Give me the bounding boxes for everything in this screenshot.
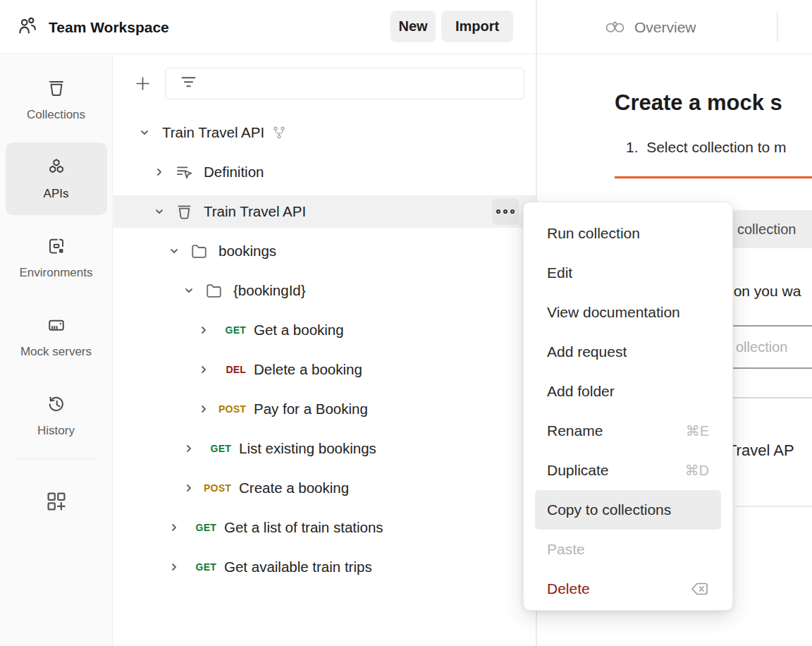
- menu-item-add-request[interactable]: Add request: [524, 332, 732, 372]
- chevron-down-icon[interactable]: [168, 245, 183, 257]
- sidebar-item-mock-servers[interactable]: Mock servers: [6, 300, 107, 373]
- add-button[interactable]: [133, 75, 152, 95]
- tree-row-get-available-train-trips[interactable]: GETGet available train trips: [113, 547, 536, 587]
- sidebar-item-label: History: [37, 424, 75, 438]
- tree-row-bookingid[interactable]: {bookingId}: [113, 271, 536, 310]
- instruction-text: ion you wa: [730, 283, 801, 300]
- menu-item-duplicate[interactable]: Duplicate⌘D: [524, 451, 732, 490]
- sidebar-item-label: APIs: [44, 187, 69, 201]
- menu-item-label: Copy to collections: [547, 501, 709, 518]
- filter-icon: [179, 73, 198, 95]
- chevron-right-icon[interactable]: [198, 324, 212, 336]
- collection-list-item[interactable]: Travel AP: [727, 441, 794, 460]
- more-actions-button[interactable]: [492, 198, 519, 225]
- sidebar-item-history[interactable]: History: [6, 379, 107, 452]
- tree-item-label: Definition: [204, 164, 264, 181]
- menu-item-label: Rename: [547, 422, 677, 439]
- tree-item-label: bookings: [219, 243, 276, 260]
- definition-icon: [173, 163, 195, 182]
- menu-item-label: Delete: [547, 580, 690, 597]
- chevron-right-icon[interactable]: [198, 403, 212, 415]
- chevron-right-icon[interactable]: [183, 443, 197, 454]
- git-branch-icon: [272, 126, 286, 140]
- tree-item-label: Get available train trips: [224, 559, 372, 575]
- tree-item-label: List existing bookings: [239, 440, 376, 457]
- sidebar-item-apis[interactable]: APIs: [6, 142, 107, 215]
- chevron-right-icon[interactable]: [183, 482, 197, 494]
- workspace-title: Team Workspace: [49, 19, 169, 36]
- shortcut-label: ⌘E: [686, 422, 709, 439]
- environments-icon: [46, 236, 67, 260]
- menu-item-label: Add request: [547, 343, 709, 360]
- tree-row-train-travel-api-collection[interactable]: Train Travel API: [113, 192, 536, 231]
- tree-item-label: Get a booking: [254, 322, 344, 339]
- sidebar-item-environments[interactable]: Environments: [6, 221, 107, 294]
- tree-item-label: Create a booking: [239, 480, 349, 496]
- chevron-right-icon[interactable]: [168, 522, 183, 533]
- method-badge: DEL: [212, 364, 246, 375]
- grid-plus-icon: [44, 489, 69, 517]
- tree-row-train-travel-api[interactable]: Train Travel API: [113, 113, 536, 152]
- tree-item-label: Pay for a Booking: [254, 401, 368, 418]
- chevron-right-icon[interactable]: [168, 561, 183, 573]
- menu-item-rename[interactable]: Rename⌘E: [524, 411, 732, 451]
- tab-overview-label: Overview: [634, 19, 696, 36]
- tree-item-label: Train Travel API: [204, 203, 306, 220]
- menu-item-add-folder[interactable]: Add folder: [524, 372, 732, 411]
- tree-row-bookings[interactable]: bookings: [113, 231, 536, 271]
- chevron-down-icon[interactable]: [139, 127, 153, 138]
- list-divider: [735, 506, 812, 507]
- step-label: 1. Select collection to m: [626, 139, 787, 156]
- folder-icon: [203, 281, 224, 300]
- tree-row-pay-for-a-booking[interactable]: POSTPay for a Booking: [113, 389, 536, 429]
- sidebar-item-label: Environments: [20, 266, 93, 280]
- import-button[interactable]: Import: [441, 11, 513, 42]
- collection-icon: [173, 202, 195, 221]
- active-tab-underline: [615, 176, 812, 178]
- method-badge: GET: [212, 324, 246, 336]
- history-icon: [46, 394, 67, 418]
- menu-item-view-documentation[interactable]: View documentation: [524, 293, 732, 332]
- menu-item-delete[interactable]: Delete: [524, 569, 732, 609]
- menu-item-edit[interactable]: Edit: [524, 253, 732, 293]
- activity-sidebar: CollectionsAPIsEnvironmentsMock serversH…: [0, 55, 113, 646]
- collections-icon: [46, 78, 67, 102]
- sidebar-item-collections[interactable]: Collections: [6, 63, 107, 136]
- menu-item-run-collection[interactable]: Run collection: [524, 214, 732, 253]
- tree-row-create-a-booking[interactable]: POSTCreate a booking: [113, 468, 536, 508]
- new-button[interactable]: New: [390, 11, 436, 42]
- plus-icon: [133, 74, 152, 96]
- menu-item-label: Add folder: [547, 383, 709, 400]
- menu-item-copy-to-collections[interactable]: Copy to collections: [535, 490, 721, 530]
- tree-row-list-existing-bookings[interactable]: GETList existing bookings: [113, 429, 536, 468]
- tree-row-delete-a-booking[interactable]: DELDelete a booking: [113, 350, 536, 389]
- workspace-switcher[interactable]: Team Workspace: [17, 14, 169, 41]
- search-filter-input[interactable]: [165, 68, 524, 99]
- folder-icon: [188, 242, 209, 261]
- method-badge: POST: [197, 482, 231, 494]
- tree-row-get-a-list-of-train-stations[interactable]: GETGet a list of train stations: [113, 508, 536, 547]
- tree-item-label: Train Travel API: [162, 124, 264, 141]
- sidebar-item-label: Collections: [27, 108, 85, 122]
- tab-overview[interactable]: Overview: [603, 16, 696, 39]
- context-menu: Run collectionEditView documentationAdd …: [523, 202, 733, 611]
- menu-item-label: Duplicate: [547, 462, 677, 479]
- explorer-panel: Train Travel APIDefinitionTrain Travel A…: [113, 55, 536, 646]
- chevron-right-icon[interactable]: [198, 364, 212, 375]
- binoculars-icon: [603, 16, 627, 39]
- collection-tree: Train Travel APIDefinitionTrain Travel A…: [113, 113, 536, 587]
- topbar: Team Workspace New Import Overview: [0, 0, 812, 54]
- tree-row-get-a-booking[interactable]: GETGet a booking: [113, 310, 536, 350]
- tree-row-definition[interactable]: Definition: [113, 152, 536, 192]
- tree-item-label: Get a list of train stations: [224, 519, 383, 536]
- configure-sidebar-button[interactable]: [0, 489, 112, 517]
- shortcut-label: ⌘D: [685, 462, 709, 479]
- menu-item-paste: Paste: [524, 530, 732, 569]
- chevron-right-icon[interactable]: [154, 166, 168, 178]
- chevron-down-icon[interactable]: [183, 285, 197, 296]
- method-badge: GET: [183, 561, 216, 573]
- method-badge: GET: [183, 522, 216, 533]
- chevron-down-icon[interactable]: [154, 206, 168, 217]
- topbar-divider: [777, 13, 778, 42]
- menu-item-label: Edit: [547, 264, 709, 281]
